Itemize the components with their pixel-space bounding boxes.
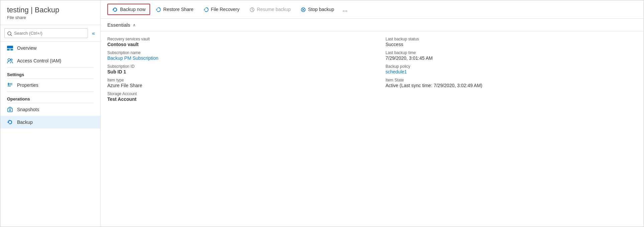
last-backup-time-value: 7/29/2020, 3:01:45 AM <box>386 55 637 61</box>
backup-policy-label: Backup policy <box>386 64 637 69</box>
field-item-state: Item State Active (Last sync time: 7/29/… <box>386 78 637 88</box>
resume-backup-button[interactable]: Resume backup <box>245 4 295 15</box>
storage-account-value: Test Account <box>107 96 372 102</box>
app-container: testing | Backup File share « <box>0 0 644 227</box>
field-item-type: Item type Azure File Share <box>107 78 372 88</box>
field-backup-policy: Backup policy schedule1 <box>386 64 637 74</box>
last-backup-status-label: Last backup status <box>386 37 637 41</box>
restore-share-icon <box>156 6 161 12</box>
item-type-label: Item type <box>107 78 372 82</box>
svg-rect-10 <box>8 83 9 84</box>
resume-backup-label: Resume backup <box>257 7 291 12</box>
search-box[interactable] <box>4 28 88 38</box>
essentials-grid: Recovery services vault Contoso vault Su… <box>101 31 644 107</box>
svg-rect-2 <box>7 46 13 48</box>
backup-now-icon <box>112 6 118 12</box>
sidebar-item-iam[interactable]: Access Control (IAM) <box>0 54 100 67</box>
sidebar-item-iam-label: Access Control (IAM) <box>17 58 61 63</box>
essentials-left: Recovery services vault Contoso vault Su… <box>107 37 372 102</box>
restore-share-label: Restore Share <box>163 7 193 12</box>
subscription-name-value[interactable]: Backup PM Subscription <box>107 55 372 61</box>
stop-backup-icon <box>301 6 306 12</box>
sidebar-item-backup[interactable]: Backup <box>0 116 100 129</box>
iam-icon <box>7 58 13 64</box>
sidebar-nav: Overview Access Control (IAM) Settings <box>0 42 100 227</box>
storage-account-label: Storage Account <box>107 91 372 96</box>
sidebar-item-backup-label: Backup <box>17 120 33 125</box>
svg-rect-4 <box>10 49 13 50</box>
field-storage-account: Storage Account Test Account <box>107 91 372 102</box>
svg-point-13 <box>9 109 11 111</box>
search-input[interactable] <box>14 31 85 36</box>
subscription-name-label: Subscription name <box>107 50 372 55</box>
file-recovery-icon <box>204 6 209 12</box>
recovery-vault-value: Contoso vault <box>107 42 372 47</box>
recovery-vault-label: Recovery services vault <box>107 37 372 41</box>
essentials-header: Essentials ∧ <box>101 19 644 31</box>
backup-policy-value[interactable]: schedule1 <box>386 69 637 74</box>
sidebar-item-snapshots-label: Snapshots <box>17 107 39 112</box>
resume-backup-icon <box>249 6 255 12</box>
search-container: « <box>0 25 100 41</box>
sidebar: testing | Backup File share « <box>0 0 101 227</box>
overview-icon <box>7 45 13 51</box>
last-backup-status-value: Success <box>386 42 637 47</box>
svg-rect-11 <box>8 84 9 85</box>
field-subscription-name: Subscription name Backup PM Subscription <box>107 50 372 61</box>
backup-now-label: Backup now <box>120 7 145 12</box>
item-type-value: Azure File Share <box>107 83 372 88</box>
field-subscription-id: Subscription ID Sub ID 1 <box>107 64 372 74</box>
backup-icon <box>7 119 13 125</box>
more-options-button[interactable]: ... <box>340 5 350 14</box>
restore-share-button[interactable]: Restore Share <box>151 4 198 15</box>
properties-icon <box>7 82 13 88</box>
last-backup-time-label: Last backup time <box>386 50 637 55</box>
field-last-backup-time: Last backup time 7/29/2020, 3:01:45 AM <box>386 50 637 61</box>
field-last-backup-status: Last backup status Success <box>386 37 637 47</box>
item-state-value: Active (Last sync time: 7/29/2020, 3:02:… <box>386 83 637 88</box>
sidebar-item-properties-label: Properties <box>17 82 38 88</box>
stop-backup-label: Stop backup <box>308 7 334 12</box>
svg-line-1 <box>11 35 12 36</box>
title-separator: | <box>31 6 35 14</box>
sidebar-item-overview-label: Overview <box>17 45 36 51</box>
svg-point-6 <box>11 59 12 60</box>
sidebar-item-properties[interactable]: Properties <box>0 79 100 91</box>
sidebar-item-overview[interactable]: Overview <box>0 42 100 54</box>
operations-section-header: Operations <box>0 92 100 103</box>
essentials-right: Last backup status Success Last backup t… <box>372 37 637 102</box>
file-recovery-button[interactable]: File Recovery <box>199 4 244 15</box>
sidebar-item-snapshots[interactable]: Snapshots <box>0 103 100 116</box>
file-recovery-label: File Recovery <box>211 7 240 12</box>
backup-now-button[interactable]: Backup now <box>107 4 150 15</box>
subscription-id-value: Sub ID 1 <box>107 69 372 74</box>
field-recovery-vault: Recovery services vault Contoso vault <box>107 37 372 47</box>
title-section: Backup <box>35 6 59 14</box>
title-main: testing <box>7 6 29 14</box>
snapshots-icon <box>7 106 13 112</box>
svg-rect-12 <box>8 108 12 112</box>
main-content: Backup now Restore Share File Reco <box>101 0 644 227</box>
svg-point-5 <box>8 58 10 61</box>
item-state-label: Item State <box>386 78 637 82</box>
settings-section-header: Settings <box>0 67 100 78</box>
sidebar-header: testing | Backup File share <box>0 0 100 25</box>
search-icon <box>7 30 12 36</box>
page-subtitle: File share <box>7 15 94 20</box>
stop-backup-button[interactable]: Stop backup <box>296 4 338 15</box>
collapse-button[interactable]: « <box>91 29 96 38</box>
toolbar: Backup now Restore Share File Reco <box>101 0 644 19</box>
essentials-chevron-icon[interactable]: ∧ <box>133 23 136 27</box>
svg-rect-3 <box>7 49 10 50</box>
subscription-id-label: Subscription ID <box>107 64 372 69</box>
essentials-title: Essentials <box>107 22 130 28</box>
page-title: testing | Backup <box>7 6 94 14</box>
